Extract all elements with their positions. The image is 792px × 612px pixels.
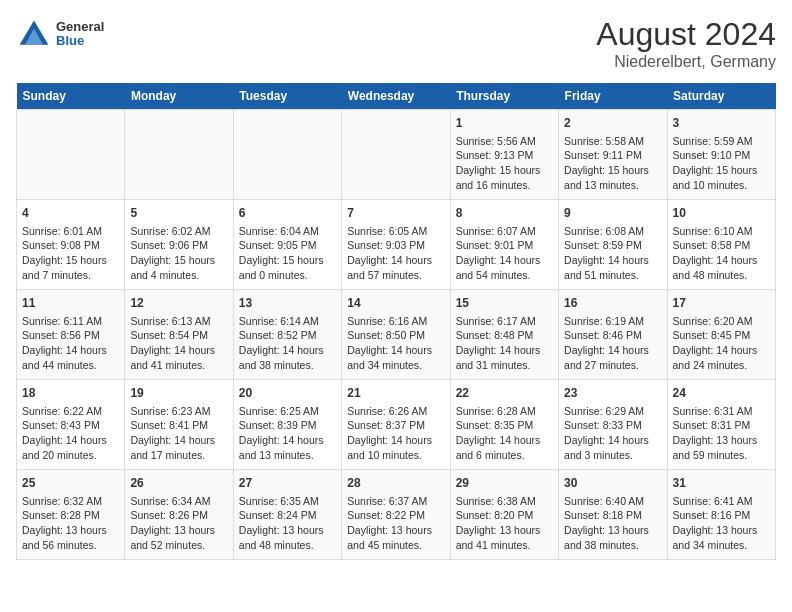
day-number: 4 xyxy=(22,205,119,222)
day-number: 25 xyxy=(22,475,119,492)
day-number: 7 xyxy=(347,205,444,222)
calendar-header: SundayMondayTuesdayWednesdayThursdayFrid… xyxy=(17,83,776,110)
day-info: Sunrise: 6:31 AM Sunset: 8:31 PM Dayligh… xyxy=(673,404,770,463)
cell-w2-d2: 5Sunrise: 6:02 AM Sunset: 9:06 PM Daylig… xyxy=(125,200,233,290)
cell-w5-d2: 26Sunrise: 6:34 AM Sunset: 8:26 PM Dayli… xyxy=(125,470,233,560)
cell-w4-d3: 20Sunrise: 6:25 AM Sunset: 8:39 PM Dayli… xyxy=(233,380,341,470)
day-info: Sunrise: 6:11 AM Sunset: 8:56 PM Dayligh… xyxy=(22,314,119,373)
cell-w1-d6: 2Sunrise: 5:58 AM Sunset: 9:11 PM Daylig… xyxy=(559,110,667,200)
page-header: General Blue August 2024 Niederelbert, G… xyxy=(16,16,776,71)
day-info: Sunrise: 6:23 AM Sunset: 8:41 PM Dayligh… xyxy=(130,404,227,463)
day-info: Sunrise: 6:10 AM Sunset: 8:58 PM Dayligh… xyxy=(673,224,770,283)
cell-w4-d5: 22Sunrise: 6:28 AM Sunset: 8:35 PM Dayli… xyxy=(450,380,558,470)
day-number: 14 xyxy=(347,295,444,312)
day-info: Sunrise: 6:41 AM Sunset: 8:16 PM Dayligh… xyxy=(673,494,770,553)
day-number: 23 xyxy=(564,385,661,402)
day-info: Sunrise: 6:25 AM Sunset: 8:39 PM Dayligh… xyxy=(239,404,336,463)
cell-w3-d1: 11Sunrise: 6:11 AM Sunset: 8:56 PM Dayli… xyxy=(17,290,125,380)
day-info: Sunrise: 6:05 AM Sunset: 9:03 PM Dayligh… xyxy=(347,224,444,283)
day-number: 19 xyxy=(130,385,227,402)
cell-w1-d4 xyxy=(342,110,450,200)
cell-w2-d3: 6Sunrise: 6:04 AM Sunset: 9:05 PM Daylig… xyxy=(233,200,341,290)
cell-w1-d2 xyxy=(125,110,233,200)
cell-w1-d3 xyxy=(233,110,341,200)
day-number: 10 xyxy=(673,205,770,222)
day-number: 28 xyxy=(347,475,444,492)
day-info: Sunrise: 6:08 AM Sunset: 8:59 PM Dayligh… xyxy=(564,224,661,283)
cell-w4-d6: 23Sunrise: 6:29 AM Sunset: 8:33 PM Dayli… xyxy=(559,380,667,470)
cell-w1-d1 xyxy=(17,110,125,200)
cell-w2-d4: 7Sunrise: 6:05 AM Sunset: 9:03 PM Daylig… xyxy=(342,200,450,290)
header-monday: Monday xyxy=(125,83,233,110)
day-number: 11 xyxy=(22,295,119,312)
header-row: SundayMondayTuesdayWednesdayThursdayFrid… xyxy=(17,83,776,110)
day-number: 27 xyxy=(239,475,336,492)
cell-w2-d7: 10Sunrise: 6:10 AM Sunset: 8:58 PM Dayli… xyxy=(667,200,775,290)
day-info: Sunrise: 6:16 AM Sunset: 8:50 PM Dayligh… xyxy=(347,314,444,373)
day-info: Sunrise: 6:26 AM Sunset: 8:37 PM Dayligh… xyxy=(347,404,444,463)
cell-w3-d3: 13Sunrise: 6:14 AM Sunset: 8:52 PM Dayli… xyxy=(233,290,341,380)
day-number: 18 xyxy=(22,385,119,402)
day-number: 29 xyxy=(456,475,553,492)
logo: General Blue xyxy=(16,16,104,52)
day-info: Sunrise: 6:19 AM Sunset: 8:46 PM Dayligh… xyxy=(564,314,661,373)
cell-w5-d6: 30Sunrise: 6:40 AM Sunset: 8:18 PM Dayli… xyxy=(559,470,667,560)
cell-w4-d4: 21Sunrise: 6:26 AM Sunset: 8:37 PM Dayli… xyxy=(342,380,450,470)
day-number: 31 xyxy=(673,475,770,492)
week-row-1: 1Sunrise: 5:56 AM Sunset: 9:13 PM Daylig… xyxy=(17,110,776,200)
cell-w5-d7: 31Sunrise: 6:41 AM Sunset: 8:16 PM Dayli… xyxy=(667,470,775,560)
header-saturday: Saturday xyxy=(667,83,775,110)
day-number: 1 xyxy=(456,115,553,132)
header-friday: Friday xyxy=(559,83,667,110)
day-number: 17 xyxy=(673,295,770,312)
cell-w1-d7: 3Sunrise: 5:59 AM Sunset: 9:10 PM Daylig… xyxy=(667,110,775,200)
title-block: August 2024 Niederelbert, Germany xyxy=(596,16,776,71)
day-info: Sunrise: 6:14 AM Sunset: 8:52 PM Dayligh… xyxy=(239,314,336,373)
day-number: 20 xyxy=(239,385,336,402)
cell-w5-d4: 28Sunrise: 6:37 AM Sunset: 8:22 PM Dayli… xyxy=(342,470,450,560)
header-thursday: Thursday xyxy=(450,83,558,110)
cell-w2-d5: 8Sunrise: 6:07 AM Sunset: 9:01 PM Daylig… xyxy=(450,200,558,290)
cell-w5-d1: 25Sunrise: 6:32 AM Sunset: 8:28 PM Dayli… xyxy=(17,470,125,560)
day-info: Sunrise: 6:20 AM Sunset: 8:45 PM Dayligh… xyxy=(673,314,770,373)
day-number: 21 xyxy=(347,385,444,402)
logo-blue-text: Blue xyxy=(56,34,104,48)
logo-general-text: General xyxy=(56,20,104,34)
cell-w2-d6: 9Sunrise: 6:08 AM Sunset: 8:59 PM Daylig… xyxy=(559,200,667,290)
week-row-3: 11Sunrise: 6:11 AM Sunset: 8:56 PM Dayli… xyxy=(17,290,776,380)
day-info: Sunrise: 6:17 AM Sunset: 8:48 PM Dayligh… xyxy=(456,314,553,373)
day-number: 2 xyxy=(564,115,661,132)
day-info: Sunrise: 6:02 AM Sunset: 9:06 PM Dayligh… xyxy=(130,224,227,283)
logo-icon xyxy=(16,16,52,52)
header-wednesday: Wednesday xyxy=(342,83,450,110)
day-info: Sunrise: 6:35 AM Sunset: 8:24 PM Dayligh… xyxy=(239,494,336,553)
cell-w3-d2: 12Sunrise: 6:13 AM Sunset: 8:54 PM Dayli… xyxy=(125,290,233,380)
header-tuesday: Tuesday xyxy=(233,83,341,110)
cell-w4-d1: 18Sunrise: 6:22 AM Sunset: 8:43 PM Dayli… xyxy=(17,380,125,470)
calendar-title: August 2024 xyxy=(596,16,776,53)
day-number: 13 xyxy=(239,295,336,312)
week-row-2: 4Sunrise: 6:01 AM Sunset: 9:08 PM Daylig… xyxy=(17,200,776,290)
day-number: 5 xyxy=(130,205,227,222)
day-info: Sunrise: 6:07 AM Sunset: 9:01 PM Dayligh… xyxy=(456,224,553,283)
day-info: Sunrise: 6:22 AM Sunset: 8:43 PM Dayligh… xyxy=(22,404,119,463)
calendar-body: 1Sunrise: 5:56 AM Sunset: 9:13 PM Daylig… xyxy=(17,110,776,560)
cell-w4-d7: 24Sunrise: 6:31 AM Sunset: 8:31 PM Dayli… xyxy=(667,380,775,470)
day-info: Sunrise: 5:56 AM Sunset: 9:13 PM Dayligh… xyxy=(456,134,553,193)
day-info: Sunrise: 6:37 AM Sunset: 8:22 PM Dayligh… xyxy=(347,494,444,553)
day-info: Sunrise: 6:32 AM Sunset: 8:28 PM Dayligh… xyxy=(22,494,119,553)
week-row-5: 25Sunrise: 6:32 AM Sunset: 8:28 PM Dayli… xyxy=(17,470,776,560)
day-number: 26 xyxy=(130,475,227,492)
day-number: 12 xyxy=(130,295,227,312)
cell-w3-d4: 14Sunrise: 6:16 AM Sunset: 8:50 PM Dayli… xyxy=(342,290,450,380)
day-info: Sunrise: 6:28 AM Sunset: 8:35 PM Dayligh… xyxy=(456,404,553,463)
day-info: Sunrise: 6:01 AM Sunset: 9:08 PM Dayligh… xyxy=(22,224,119,283)
day-info: Sunrise: 6:38 AM Sunset: 8:20 PM Dayligh… xyxy=(456,494,553,553)
day-info: Sunrise: 6:29 AM Sunset: 8:33 PM Dayligh… xyxy=(564,404,661,463)
day-info: Sunrise: 6:04 AM Sunset: 9:05 PM Dayligh… xyxy=(239,224,336,283)
day-number: 6 xyxy=(239,205,336,222)
day-info: Sunrise: 6:34 AM Sunset: 8:26 PM Dayligh… xyxy=(130,494,227,553)
day-info: Sunrise: 6:40 AM Sunset: 8:18 PM Dayligh… xyxy=(564,494,661,553)
day-number: 3 xyxy=(673,115,770,132)
day-info: Sunrise: 5:59 AM Sunset: 9:10 PM Dayligh… xyxy=(673,134,770,193)
